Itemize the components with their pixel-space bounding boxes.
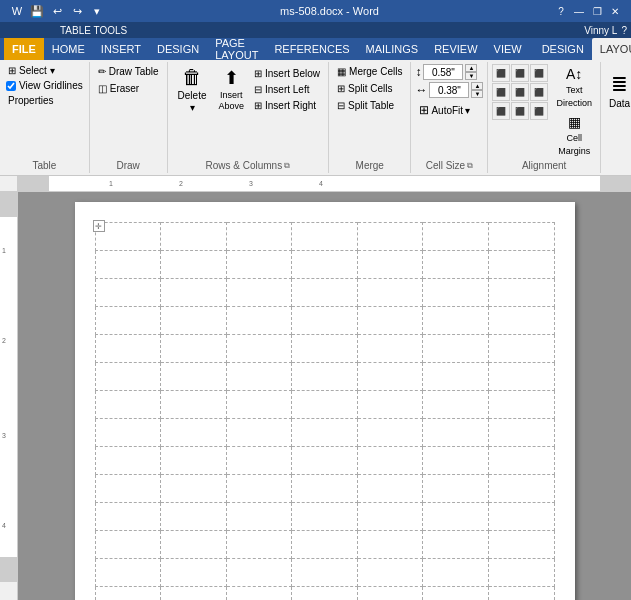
- table-cell[interactable]: [161, 531, 227, 559]
- restore-button[interactable]: ❐: [589, 3, 605, 19]
- table-cell[interactable]: [488, 363, 554, 391]
- properties-button[interactable]: Properties: [4, 94, 58, 107]
- table-cell[interactable]: [161, 251, 227, 279]
- table-cell[interactable]: [95, 335, 161, 363]
- table-cell[interactable]: [357, 335, 423, 363]
- help-button[interactable]: ?: [553, 3, 569, 19]
- table-cell[interactable]: [95, 223, 161, 251]
- data-button[interactable]: ≣ Data: [605, 64, 631, 116]
- align-top-left-button[interactable]: ⬛: [492, 64, 510, 82]
- view-gridlines-input[interactable]: [6, 81, 16, 91]
- table-cell[interactable]: [423, 475, 489, 503]
- tab-insert[interactable]: INSERT: [93, 38, 149, 60]
- table-cell[interactable]: [161, 391, 227, 419]
- table-cell[interactable]: [423, 307, 489, 335]
- table-cell[interactable]: [357, 587, 423, 601]
- split-table-button[interactable]: ⊟ Split Table: [333, 98, 398, 113]
- col-width-down-button[interactable]: ▼: [471, 90, 483, 98]
- table-cell[interactable]: [357, 363, 423, 391]
- table-cell[interactable]: [226, 363, 292, 391]
- row-height-down-button[interactable]: ▼: [465, 72, 477, 80]
- table-cell[interactable]: [95, 559, 161, 587]
- insert-left-button[interactable]: ⊟ Insert Left: [250, 82, 324, 97]
- table-cell[interactable]: [488, 475, 554, 503]
- table-cell[interactable]: [292, 475, 358, 503]
- table-cell[interactable]: [226, 307, 292, 335]
- table-cell[interactable]: [226, 391, 292, 419]
- table-cell[interactable]: [423, 391, 489, 419]
- table-cell[interactable]: [423, 279, 489, 307]
- table-cell[interactable]: [226, 587, 292, 601]
- table-cell[interactable]: [226, 419, 292, 447]
- table-cell[interactable]: [292, 391, 358, 419]
- rows-cols-expand-icon[interactable]: ⧉: [284, 161, 290, 171]
- table-cell[interactable]: [357, 223, 423, 251]
- select-dropdown-button[interactable]: ⊞ Select ▾: [4, 64, 59, 77]
- tab-home[interactable]: HOME: [44, 38, 93, 60]
- table-cell[interactable]: [161, 419, 227, 447]
- autofit-button[interactable]: ⊞ AutoFit ▾: [415, 101, 474, 119]
- table-cell[interactable]: [95, 475, 161, 503]
- close-button[interactable]: ✕: [607, 3, 623, 19]
- minimize-button[interactable]: —: [571, 3, 587, 19]
- table-cell[interactable]: [423, 251, 489, 279]
- align-middle-left-button[interactable]: ⬛: [492, 83, 510, 101]
- table-cell[interactable]: [226, 447, 292, 475]
- tab-references[interactable]: REFERENCES: [266, 38, 357, 60]
- table-cell[interactable]: [357, 251, 423, 279]
- table-cell[interactable]: [161, 363, 227, 391]
- table-cell[interactable]: [423, 531, 489, 559]
- table-cell[interactable]: [357, 447, 423, 475]
- table-cell[interactable]: [292, 503, 358, 531]
- table-cell[interactable]: [357, 419, 423, 447]
- table-cell[interactable]: [423, 447, 489, 475]
- table-cell[interactable]: [357, 391, 423, 419]
- align-middle-center-button[interactable]: ⬛: [511, 83, 529, 101]
- table-cell[interactable]: [423, 223, 489, 251]
- table-cell[interactable]: [488, 503, 554, 531]
- table-cell[interactable]: [488, 307, 554, 335]
- table-cell[interactable]: [292, 279, 358, 307]
- table-cell[interactable]: [357, 559, 423, 587]
- table-cell[interactable]: [226, 335, 292, 363]
- table-cell[interactable]: [488, 531, 554, 559]
- draw-table-button[interactable]: ✏ Draw Table: [94, 64, 163, 79]
- tab-view[interactable]: VIEW: [486, 38, 530, 60]
- tab-page-layout[interactable]: PAGE LAYOUT: [207, 38, 266, 60]
- tab-review[interactable]: REVIEW: [426, 38, 485, 60]
- tab-file[interactable]: FILE: [4, 38, 44, 60]
- table-cell[interactable]: [95, 363, 161, 391]
- table-cell[interactable]: [292, 559, 358, 587]
- table-cell[interactable]: [95, 531, 161, 559]
- table-cell[interactable]: [423, 419, 489, 447]
- align-bottom-center-button[interactable]: ⬛: [511, 102, 529, 120]
- table-cell[interactable]: [357, 475, 423, 503]
- table-cell[interactable]: [226, 503, 292, 531]
- help-ribbon-button[interactable]: ?: [621, 25, 627, 36]
- table-cell[interactable]: [423, 587, 489, 601]
- table-cell[interactable]: [161, 279, 227, 307]
- col-width-up-button[interactable]: ▲: [471, 82, 483, 90]
- table-cell[interactable]: [95, 307, 161, 335]
- table-cell[interactable]: [95, 391, 161, 419]
- table-cell[interactable]: [292, 223, 358, 251]
- table-cell[interactable]: [292, 531, 358, 559]
- col-width-input[interactable]: [429, 82, 469, 98]
- merge-cells-button[interactable]: ▦ Merge Cells: [333, 64, 406, 79]
- table-cell[interactable]: [95, 419, 161, 447]
- row-height-input[interactable]: [423, 64, 463, 80]
- table-cell[interactable]: [95, 503, 161, 531]
- table-cell[interactable]: [488, 335, 554, 363]
- table-cell[interactable]: [423, 335, 489, 363]
- cell-size-expand-icon[interactable]: ⧉: [467, 161, 473, 171]
- table-cell[interactable]: [161, 307, 227, 335]
- table-cell[interactable]: [95, 587, 161, 601]
- table-cell[interactable]: [292, 363, 358, 391]
- table-cell[interactable]: [161, 587, 227, 601]
- table-cell[interactable]: [357, 307, 423, 335]
- table-cell[interactable]: [292, 335, 358, 363]
- table-cell[interactable]: [226, 559, 292, 587]
- tab-layout[interactable]: LAYOUT: [592, 38, 631, 60]
- table-cell[interactable]: [488, 419, 554, 447]
- redo-qa-button[interactable]: ↪: [68, 2, 86, 20]
